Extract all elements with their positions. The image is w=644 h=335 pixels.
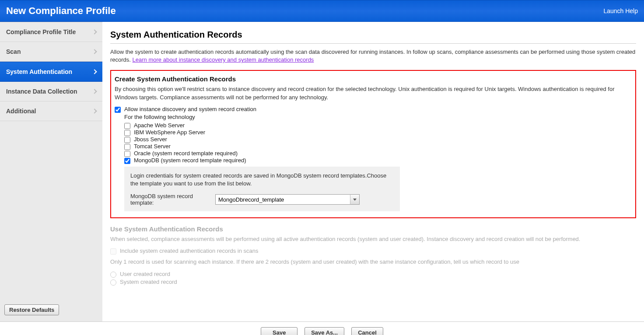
header-title: New Compliance Profile	[6, 5, 116, 17]
chevron-right-icon	[92, 49, 97, 54]
tech-websphere-row: IBM WebSphere App Server	[124, 129, 632, 136]
tech-oracle-checkbox[interactable]	[124, 151, 130, 157]
use-section-title: Use System Authentication Records	[110, 225, 636, 233]
create-section-desc: By choosing this option we'll restrict s…	[115, 85, 632, 101]
tech-apache-label: Apache Web Server	[134, 122, 185, 129]
sidebar-item-label: Scan	[6, 48, 21, 55]
tech-mongodb-row: MongoDB (system record template required…	[124, 157, 632, 164]
sidebar-item-system-authentication[interactable]: System Authentication	[0, 62, 102, 82]
following-technology-label: For the following technology	[124, 114, 632, 120]
intro-text: Allow the system to create authenticatio…	[110, 48, 636, 64]
main-content: System Authentication Records Allow the …	[102, 22, 644, 321]
sidebar-item-scan[interactable]: Scan	[0, 42, 102, 62]
sidebar-item-additional[interactable]: Additional	[0, 101, 102, 121]
system-created-record-radio	[110, 279, 116, 286]
layout: Compliance Profile Title Scan System Aut…	[0, 22, 644, 321]
tech-mongodb-checkbox[interactable]	[124, 158, 130, 164]
sidebar-item-label: Additional	[6, 108, 36, 115]
chevron-right-icon	[92, 108, 97, 113]
header: New Compliance Profile Launch Help	[0, 0, 644, 22]
sidebar: Compliance Profile Title Scan System Aut…	[0, 22, 102, 321]
mongodb-template-desc: Login credentials for system created rec…	[130, 172, 394, 188]
use-section-desc: When selected, compliance assessments wi…	[110, 235, 636, 243]
include-system-records-row: Include system created authentication re…	[110, 248, 636, 255]
tech-websphere-label: IBM WebSphere App Server	[134, 129, 205, 136]
save-as-button[interactable]: Save As...	[304, 327, 344, 335]
use-section: Use System Authentication Records When s…	[110, 225, 636, 285]
restore-defaults-button[interactable]: Restore Defaults	[4, 304, 59, 315]
tech-apache-checkbox[interactable]	[124, 123, 130, 129]
chevron-right-icon	[92, 69, 97, 74]
page-title: System Authentication Records	[110, 30, 636, 40]
tech-tomcat-checkbox[interactable]	[124, 144, 130, 150]
create-section-title: Create System Authentication Records	[115, 75, 632, 83]
sidebar-item-compliance-profile-title[interactable]: Compliance Profile Title	[0, 22, 102, 42]
chevron-right-icon	[92, 89, 97, 94]
allow-discovery-checkbox[interactable]	[115, 107, 121, 113]
system-created-record-label: System created record	[120, 279, 177, 285]
tech-jboss-checkbox[interactable]	[124, 137, 130, 143]
system-created-record-row: System created record	[110, 279, 636, 286]
user-created-record-row: User created record	[110, 271, 636, 278]
mongodb-template-label: MongoDB system record template:	[130, 193, 209, 206]
tech-tomcat-row: Tomcat Server	[124, 143, 632, 150]
mongodb-template-row: MongoDB system record template:	[130, 193, 394, 206]
user-created-record-label: User created record	[120, 271, 170, 277]
chevron-right-icon	[92, 29, 97, 34]
tech-oracle-row: Oracle (system record template required)	[124, 150, 632, 157]
divider	[110, 43, 636, 44]
tech-apache-row: Apache Web Server	[124, 122, 632, 129]
mongodb-template-select[interactable]	[215, 194, 360, 205]
sidebar-item-label: Compliance Profile Title	[6, 28, 76, 35]
tech-oracle-label: Oracle (system record template required)	[134, 150, 238, 157]
save-button[interactable]: Save	[261, 327, 298, 335]
learn-more-link[interactable]: Learn more about instance discovery and …	[133, 56, 314, 63]
tech-jboss-row: Jboss Server	[124, 136, 632, 143]
tech-tomcat-label: Tomcat Server	[134, 143, 171, 150]
chevron-down-icon	[353, 199, 357, 201]
create-section-highlight: Create System Authentication Records By …	[110, 70, 636, 218]
footer: Save Save As... Cancel	[0, 321, 644, 335]
cancel-button[interactable]: Cancel	[351, 327, 383, 335]
mongodb-template-input[interactable]	[215, 194, 360, 205]
allow-discovery-row: Allow instance discovery and system reco…	[115, 106, 632, 113]
include-system-records-checkbox	[110, 248, 116, 255]
allow-discovery-label: Allow instance discovery and system reco…	[124, 106, 256, 112]
sidebar-item-label: System Authentication	[6, 68, 72, 75]
use-section-note: Only 1 record is used for scanning each …	[110, 258, 636, 266]
mongodb-template-dropdown-button[interactable]	[350, 194, 360, 205]
tech-websphere-checkbox[interactable]	[124, 130, 130, 136]
user-created-record-radio	[110, 272, 116, 278]
sidebar-item-instance-data-collection[interactable]: Instance Data Collection	[0, 82, 102, 101]
tech-jboss-label: Jboss Server	[134, 136, 167, 143]
tech-mongodb-label: MongoDB (system record template required…	[134, 157, 246, 164]
mongodb-template-box: Login credentials for system created rec…	[124, 167, 400, 211]
include-system-records-label: Include system created authentication re…	[120, 248, 259, 254]
sidebar-item-label: Instance Data Collection	[6, 88, 77, 95]
technology-list: Apache Web Server IBM WebSphere App Serv…	[124, 122, 632, 164]
launch-help-link[interactable]: Launch Help	[603, 7, 638, 14]
